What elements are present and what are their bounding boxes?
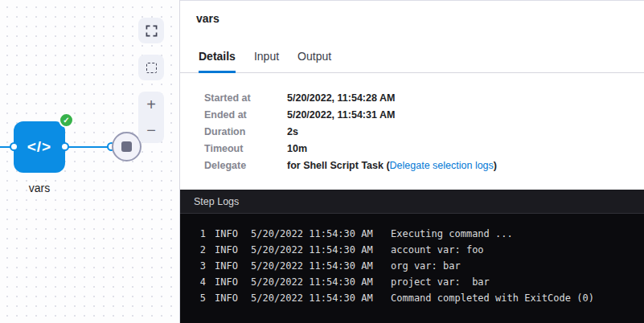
detail-value: 5/20/2022, 11:54:28 AM xyxy=(287,90,395,107)
log-message: project var: bar xyxy=(391,274,490,290)
log-timestamp: 5/20/2022 11:54:30 AM xyxy=(251,274,391,290)
log-line-number: 1 xyxy=(180,226,206,242)
delegate-selection-logs-link[interactable]: Delegate selection logs xyxy=(390,160,494,171)
log-line: 4 INFO 5/20/2022 11:54:30 AM project var… xyxy=(180,274,644,290)
log-timestamp: 5/20/2022 11:54:30 AM xyxy=(251,290,391,306)
log-timestamp: 5/20/2022 11:54:30 AM xyxy=(251,258,391,274)
zoom-controls: + − xyxy=(138,92,164,143)
log-line-number: 4 xyxy=(180,274,206,290)
code-icon: </> xyxy=(27,138,51,156)
log-line: 2 INFO 5/20/2022 11:54:30 AM account var… xyxy=(180,242,644,258)
detail-label: Ended at xyxy=(204,107,287,124)
log-level: INFO xyxy=(215,274,251,290)
log-level: INFO xyxy=(215,226,251,242)
edge-outgoing xyxy=(65,146,112,148)
log-line: 5 INFO 5/20/2022 11:54:30 AM Command com… xyxy=(180,290,644,306)
detail-row-timeout: Timeout 10m xyxy=(204,141,644,157)
step-logs-title: Step Logs xyxy=(180,190,644,214)
zoom-in-button[interactable]: + xyxy=(138,92,164,117)
minus-icon: − xyxy=(146,122,156,138)
tab-bar: Details Input Output xyxy=(180,50,644,73)
detail-value: 2s xyxy=(287,124,298,141)
detail-label: Duration xyxy=(204,124,287,141)
log-line-number: 2 xyxy=(180,242,206,258)
detail-value: for Shell Script Task (Delegate selectio… xyxy=(287,157,497,174)
node-port-left[interactable] xyxy=(10,142,18,151)
pipeline-canvas[interactable]: </> ✓ vars + − xyxy=(0,0,180,323)
page-title: vars xyxy=(180,1,644,28)
log-line: 1 INFO 5/20/2022 11:54:30 AM Executing c… xyxy=(180,226,644,242)
details-list: Started at 5/20/2022, 11:54:28 AM Ended … xyxy=(180,73,644,190)
detail-row-started-at: Started at 5/20/2022, 11:54:28 AM xyxy=(204,90,644,107)
log-line-number: 3 xyxy=(180,258,206,274)
stop-square-icon xyxy=(121,141,132,152)
delegate-value-prefix: for Shell Script Task ( xyxy=(287,160,390,171)
step-node-vars[interactable]: </> xyxy=(14,121,65,173)
log-timestamp: 5/20/2022 11:54:30 AM xyxy=(251,226,391,242)
node-label: vars xyxy=(14,182,65,194)
step-execution-view: </> ✓ vars + − vars xyxy=(0,0,644,323)
zoom-out-button[interactable]: − xyxy=(138,117,164,143)
detail-label: Started at xyxy=(204,90,287,107)
tab-details[interactable]: Details xyxy=(199,50,236,73)
success-check-icon: ✓ xyxy=(59,112,74,128)
detail-label: Timeout xyxy=(204,141,287,157)
plus-icon: + xyxy=(146,96,156,112)
log-timestamp: 5/20/2022 11:54:30 AM xyxy=(251,242,391,258)
log-level: INFO xyxy=(215,242,251,258)
tab-input[interactable]: Input xyxy=(254,50,279,73)
log-message: org var: bar xyxy=(391,258,461,274)
node-port-right[interactable] xyxy=(60,142,69,151)
detail-row-delegate: Delegate for Shell Script Task (Delegate… xyxy=(204,157,644,174)
detail-row-ended-at: Ended at 5/20/2022, 11:54:31 AM xyxy=(204,107,644,124)
log-lines[interactable]: 1 INFO 5/20/2022 11:54:30 AM Executing c… xyxy=(180,214,644,306)
step-details-panel: vars Details Input Output Started at 5/2… xyxy=(180,0,644,323)
fullscreen-button[interactable] xyxy=(138,18,164,43)
detail-row-duration: Duration 2s xyxy=(204,124,644,141)
marquee-select-button[interactable] xyxy=(138,55,164,80)
fullscreen-icon xyxy=(146,25,158,37)
step-logs-console: Step Logs 1 INFO 5/20/2022 11:54:30 AM E… xyxy=(180,190,644,323)
marquee-select-icon xyxy=(146,63,157,73)
log-line-number: 5 xyxy=(180,290,206,306)
log-message: account var: foo xyxy=(391,242,484,258)
detail-value: 10m xyxy=(287,141,307,157)
detail-value: 5/20/2022, 11:54:31 AM xyxy=(287,107,395,124)
delegate-value-suffix: ) xyxy=(494,160,497,171)
log-level: INFO xyxy=(215,258,251,274)
log-message: Executing command ... xyxy=(391,226,513,242)
tab-output[interactable]: Output xyxy=(297,50,331,73)
log-level: INFO xyxy=(215,290,251,306)
pipeline-end-node[interactable] xyxy=(112,132,142,162)
detail-label: Delegate xyxy=(204,157,287,174)
log-line: 3 INFO 5/20/2022 11:54:30 AM org var: ba… xyxy=(180,258,644,274)
log-message: Command completed with ExitCode (0) xyxy=(391,290,594,306)
